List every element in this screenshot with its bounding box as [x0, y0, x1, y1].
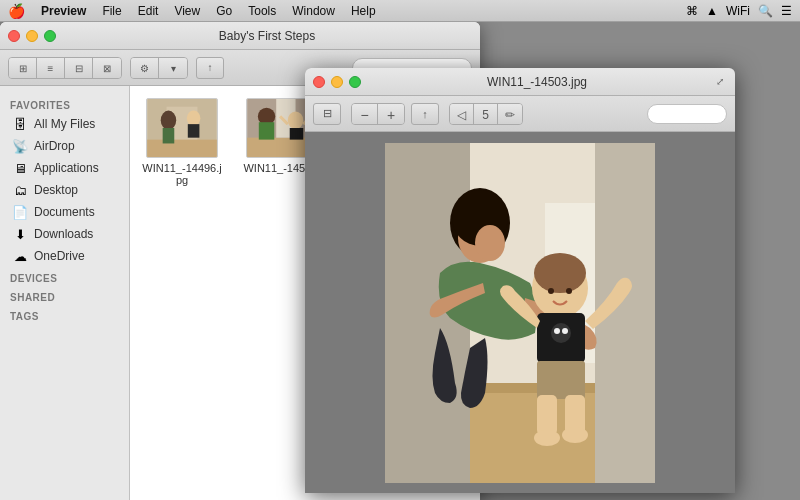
- svg-point-12: [288, 112, 303, 129]
- sidebar-item-downloads[interactable]: ⬇ Downloads: [2, 223, 127, 245]
- sidebar-item-applications[interactable]: 🖥 Applications: [2, 157, 127, 179]
- preview-search[interactable]: [647, 104, 727, 124]
- file-item-1[interactable]: WIN11_-14496.jpg: [142, 98, 222, 186]
- finder-titlebar: Baby's First Steps: [0, 22, 480, 50]
- onedrive-icon: ☁: [12, 248, 28, 264]
- svg-point-33: [554, 328, 560, 334]
- column-view-btn[interactable]: ⊟: [65, 58, 93, 79]
- svg-rect-13: [290, 128, 304, 140]
- svg-point-29: [548, 288, 554, 294]
- applications-label: Applications: [34, 161, 99, 175]
- preview-maximize-button[interactable]: [349, 76, 361, 88]
- sidebar-item-onedrive[interactable]: ☁ OneDrive: [2, 245, 127, 267]
- svg-point-30: [566, 288, 572, 294]
- downloads-label: Downloads: [34, 227, 93, 241]
- menubar: 🍎 Preview File Edit View Go Tools Window…: [0, 0, 800, 22]
- documents-label: Documents: [34, 205, 95, 219]
- sidebar-item-desktop[interactable]: 🗂 Desktop: [2, 179, 127, 201]
- onedrive-label: OneDrive: [34, 249, 85, 263]
- svg-point-28: [534, 253, 586, 293]
- sort-btn[interactable]: ⚙: [131, 58, 159, 79]
- page-num-btn: 5: [474, 104, 498, 125]
- svg-point-32: [551, 323, 571, 343]
- finder-title: Baby's First Steps: [62, 29, 472, 43]
- sidebar-item-documents[interactable]: 📄 Documents: [2, 201, 127, 223]
- minimize-button[interactable]: [26, 30, 38, 42]
- sort-group: ⚙ ▾: [130, 57, 188, 79]
- cover-flow-btn[interactable]: ⊠: [93, 58, 121, 79]
- preview-nav-group: ◁ 5 ✏: [449, 103, 523, 125]
- sidebar-item-all-my-files[interactable]: 🗄 All My Files: [2, 113, 127, 135]
- menu-view[interactable]: View: [174, 4, 200, 18]
- file-thumb-1: [146, 98, 218, 158]
- wifi-signal-icon: WiFi: [726, 4, 750, 18]
- svg-point-34: [562, 328, 568, 334]
- svg-point-3: [161, 111, 176, 130]
- preview-minimize-button[interactable]: [331, 76, 343, 88]
- view-mode-group: ⊞ ≡ ⊟ ⊠: [8, 57, 122, 79]
- menu-preview[interactable]: Preview: [41, 4, 86, 18]
- svg-point-5: [187, 111, 201, 126]
- sidebar-item-airdrop[interactable]: 📡 AirDrop: [2, 135, 127, 157]
- preview-share-btn[interactable]: ↑: [411, 103, 439, 125]
- svg-rect-6: [188, 124, 200, 138]
- svg-point-39: [562, 427, 588, 443]
- favorites-label: FAVORITES: [0, 94, 129, 113]
- downloads-icon: ⬇: [12, 226, 28, 242]
- preview-fullscreen-btn[interactable]: ⤢: [713, 75, 727, 89]
- battery-icon: ▲: [706, 4, 718, 18]
- close-button[interactable]: [8, 30, 20, 42]
- main-photo: [385, 143, 655, 483]
- preview-close-button[interactable]: [313, 76, 325, 88]
- desktop-label: Desktop: [34, 183, 78, 197]
- documents-icon: 📄: [12, 204, 28, 220]
- action-btn[interactable]: ▾: [159, 58, 187, 79]
- finder-sidebar: FAVORITES 🗄 All My Files 📡 AirDrop 🖥 App…: [0, 86, 130, 500]
- zoom-in-btn[interactable]: +: [378, 104, 404, 125]
- svg-point-38: [534, 430, 560, 446]
- menu-edit[interactable]: Edit: [138, 4, 159, 18]
- svg-rect-4: [163, 128, 175, 143]
- tags-label: TAGS: [0, 305, 129, 324]
- zoom-out-btn[interactable]: −: [352, 104, 378, 125]
- menu-list-icon[interactable]: ☰: [781, 4, 792, 18]
- wifi-icon: ⌘: [686, 4, 698, 18]
- preview-toolbar: ⊟ − + ↑ ◁ 5 ✏: [305, 96, 735, 132]
- share-btn[interactable]: ↑: [196, 57, 224, 79]
- menu-window[interactable]: Window: [292, 4, 335, 18]
- svg-rect-35: [537, 361, 585, 399]
- menubar-right: ⌘ ▲ WiFi 🔍 ☰: [686, 4, 792, 18]
- apple-menu[interactable]: 🍎: [8, 3, 25, 19]
- shared-label: SHARED: [0, 286, 129, 305]
- file-name-1: WIN11_-14496.jpg: [142, 162, 222, 186]
- preview-image-area: [305, 132, 735, 493]
- prev-image-btn[interactable]: ◁: [450, 104, 474, 125]
- airdrop-icon: 📡: [12, 138, 28, 154]
- svg-rect-36: [537, 395, 557, 435]
- search-menu-icon[interactable]: 🔍: [758, 4, 773, 18]
- preview-titlebar: WIN11_-14503.jpg ⤢: [305, 68, 735, 96]
- all-my-files-label: All My Files: [34, 117, 95, 131]
- devices-label: DEVICES: [0, 267, 129, 286]
- preview-window: WIN11_-14503.jpg ⤢ ⊟ − + ↑ ◁ 5 ✏: [305, 68, 735, 493]
- preview-title: WIN11_-14503.jpg: [367, 75, 707, 89]
- svg-rect-2: [147, 140, 217, 157]
- icon-view-btn[interactable]: ⊞: [9, 58, 37, 79]
- applications-icon: 🖥: [12, 160, 28, 176]
- preview-view-mode-btn[interactable]: ⊟: [313, 103, 341, 125]
- desktop-icon: 🗂: [12, 182, 28, 198]
- list-view-btn[interactable]: ≡: [37, 58, 65, 79]
- preview-zoom-group: − +: [351, 103, 405, 125]
- svg-point-26: [475, 225, 505, 261]
- maximize-button[interactable]: [44, 30, 56, 42]
- menu-tools[interactable]: Tools: [248, 4, 276, 18]
- airdrop-label: AirDrop: [34, 139, 75, 153]
- edit-btn[interactable]: ✏: [498, 104, 522, 125]
- svg-rect-11: [259, 122, 274, 139]
- all-my-files-icon: 🗄: [12, 116, 28, 132]
- menu-file[interactable]: File: [102, 4, 121, 18]
- menu-go[interactable]: Go: [216, 4, 232, 18]
- menu-help[interactable]: Help: [351, 4, 376, 18]
